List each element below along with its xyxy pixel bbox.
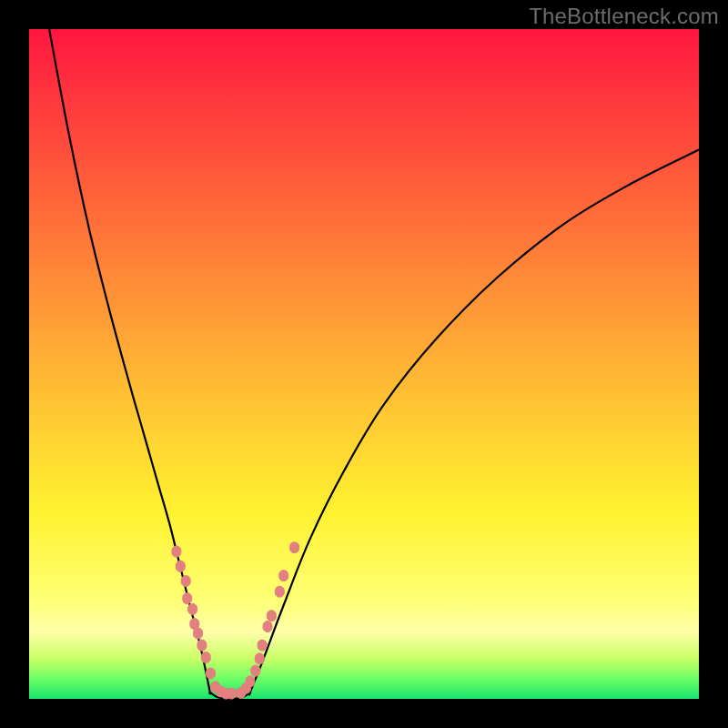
highlight-dot — [188, 603, 197, 614]
chart-frame: TheBottleneck.com — [0, 0, 728, 728]
highlight-dot — [255, 653, 264, 664]
highlight-dot — [267, 611, 276, 622]
chart-plot-area — [29, 29, 699, 699]
bottleneck-curve — [49, 29, 699, 699]
watermark-text: TheBottleneck.com — [529, 4, 719, 29]
highlight-dot — [227, 688, 236, 699]
highlight-dot — [279, 571, 288, 581]
highlight-dot — [201, 652, 210, 662]
highlight-dot — [176, 561, 185, 571]
highlight-dots-group — [172, 542, 299, 699]
highlight-dot — [275, 586, 284, 597]
highlight-dot — [263, 622, 272, 632]
highlight-dot — [207, 668, 216, 679]
highlight-dot — [183, 593, 192, 604]
highlight-dot — [246, 676, 255, 687]
highlight-dot — [197, 640, 207, 651]
highlight-dot — [194, 628, 203, 639]
highlight-dot — [181, 576, 190, 587]
highlight-dot — [290, 542, 299, 553]
highlight-dot — [172, 546, 181, 557]
highlight-dot — [258, 640, 267, 651]
highlight-dot — [251, 665, 260, 676]
chart-svg — [29, 29, 699, 699]
